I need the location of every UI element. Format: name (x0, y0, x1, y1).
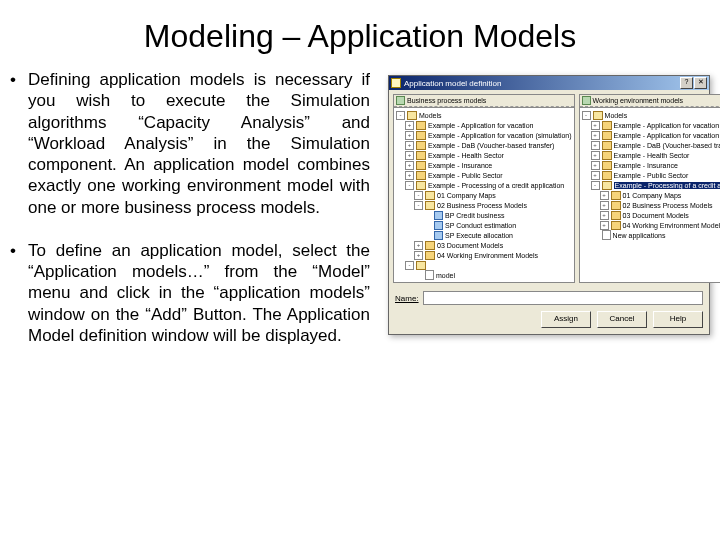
tree-node[interactable]: -Example - Processing of a credit applic… (396, 180, 572, 190)
tree-node[interactable]: +04 Working Environment Models (582, 220, 720, 230)
dialog-window: Application model definition ? ✕ Busines… (388, 75, 710, 335)
tree-node[interactable]: -Models (396, 110, 572, 120)
collapse-icon[interactable]: - (414, 201, 423, 210)
folder-icon (611, 211, 621, 220)
expand-icon[interactable]: + (600, 201, 609, 210)
close-button[interactable]: ✕ (694, 77, 707, 89)
tree-node[interactable]: SP Execute allocation (396, 230, 572, 240)
expand-icon[interactable]: + (405, 161, 414, 170)
bullet-text: To define an application model, select t… (28, 240, 370, 346)
expand-icon[interactable]: + (405, 121, 414, 130)
tree-node-label: Example - DaB (Voucher-based transfer) (428, 142, 554, 149)
tree-node[interactable]: - (396, 260, 572, 270)
help-button[interactable]: Help (653, 311, 703, 328)
app-icon (391, 78, 401, 88)
expand-icon[interactable]: + (600, 221, 609, 230)
tree-node[interactable]: +03 Document Models (582, 210, 720, 220)
expand-icon[interactable]: + (591, 131, 600, 140)
folder-icon (602, 141, 612, 150)
folder-icon (416, 161, 426, 170)
dialog-title: Application model definition (404, 79, 501, 88)
tree-node-label: 03 Document Models (437, 242, 503, 249)
tree-node[interactable]: +Example - Health Sector (582, 150, 720, 160)
dialog-titlebar[interactable]: Application model definition ? ✕ (389, 76, 709, 90)
expand-icon[interactable]: + (591, 161, 600, 170)
tree-node-label: BP Credit business (445, 212, 504, 219)
expand-icon[interactable]: + (600, 191, 609, 200)
assign-button[interactable]: Assign (541, 311, 591, 328)
tree-node-label: Example - Insurance (614, 162, 678, 169)
tree-node[interactable]: +Example - Application for vacation (582, 120, 720, 130)
bullet-text: Defining application models is necessary… (28, 69, 370, 218)
left-tree[interactable]: -Models+Example - Application for vacati… (394, 107, 574, 282)
expand-icon[interactable]: + (591, 121, 600, 130)
tree-node-label: Models (605, 112, 628, 119)
tree-node[interactable]: +Example - DaB (Voucher-based transfer) (396, 140, 572, 150)
tree-node-label: 01 Company Maps (437, 192, 496, 199)
spacer (423, 222, 432, 229)
expand-icon[interactable]: + (591, 171, 600, 180)
tree-node-label: Example - Application for vacation (simu… (614, 132, 720, 139)
tree-node[interactable]: +Example - Public Sector (396, 170, 572, 180)
tree-node[interactable]: -01 Company Maps (396, 190, 572, 200)
folder-icon (407, 111, 417, 120)
tree-node[interactable]: -Example - Processing of a credit applic… (582, 180, 720, 190)
tree-node-label: 02 Business Process Models (623, 202, 713, 209)
tree-node[interactable]: +Example - Application for vacation (396, 120, 572, 130)
expand-icon[interactable]: + (405, 171, 414, 180)
model-icon (434, 211, 443, 220)
folder-icon (602, 121, 612, 130)
folder-icon (425, 191, 435, 200)
right-pane: Working environment models -Models+Examp… (579, 94, 720, 283)
collapse-icon[interactable]: - (405, 261, 414, 270)
tree-node[interactable]: New applications (582, 230, 720, 240)
right-tree[interactable]: -Models+Example - Application for vacati… (580, 107, 720, 282)
tree-node[interactable]: model (396, 270, 572, 280)
right-pane-header: Working environment models (580, 95, 720, 107)
collapse-icon[interactable]: - (396, 111, 405, 120)
tree-node[interactable]: +04 Working Environment Models (396, 250, 572, 260)
tree-node[interactable]: +Example - Insurance (396, 160, 572, 170)
tree-node[interactable]: BP Credit business (396, 210, 572, 220)
folder-icon (593, 111, 603, 120)
tree-node[interactable]: -Models (582, 110, 720, 120)
expand-icon[interactable]: + (414, 241, 423, 250)
collapse-icon[interactable]: - (582, 111, 591, 120)
folder-icon (602, 131, 612, 140)
tree-node-label: Example - Application for vacation (428, 122, 533, 129)
expand-icon[interactable]: + (414, 251, 423, 260)
tree-node[interactable]: +Example - DaB (Voucher-based transfer) (582, 140, 720, 150)
tree-node-label: Example - Public Sector (428, 172, 503, 179)
list-item: • To define an application model, select… (10, 240, 370, 346)
collapse-icon[interactable]: - (405, 181, 414, 190)
tree-node-label: Example - Health Sector (614, 152, 690, 159)
collapse-icon[interactable]: - (591, 181, 600, 190)
tree-node-label: Example - Insurance (428, 162, 492, 169)
name-row: Name: (389, 287, 709, 305)
tree-node[interactable]: +Example - Public Sector (582, 170, 720, 180)
button-row: Assign Cancel Help (389, 305, 709, 334)
expand-icon[interactable]: + (591, 141, 600, 150)
collapse-icon[interactable]: - (414, 191, 423, 200)
tree-node[interactable]: +Example - Application for vacation (sim… (396, 130, 572, 140)
tree-node[interactable]: +Example - Application for vacation (sim… (582, 130, 720, 140)
name-label: Name: (395, 294, 419, 303)
expand-icon[interactable]: + (405, 151, 414, 160)
tree-node-label: 04 Working Environment Models (437, 252, 538, 259)
name-input[interactable] (423, 291, 703, 305)
content-area: • Defining application models is necessa… (0, 69, 720, 368)
tree-node[interactable]: +Example - Health Sector (396, 150, 572, 160)
tree-node[interactable]: +02 Business Process Models (582, 200, 720, 210)
tree-node[interactable]: +Example - Insurance (582, 160, 720, 170)
tree-node[interactable]: +03 Document Models (396, 240, 572, 250)
tree-node[interactable]: SP Conduct estimation (396, 220, 572, 230)
tree-node[interactable]: -02 Business Process Models (396, 200, 572, 210)
expand-icon[interactable]: + (600, 211, 609, 220)
expand-icon[interactable]: + (405, 141, 414, 150)
help-button[interactable]: ? (680, 77, 693, 89)
tree-node[interactable]: +01 Company Maps (582, 190, 720, 200)
cancel-button[interactable]: Cancel (597, 311, 647, 328)
expand-icon[interactable]: + (405, 131, 414, 140)
folder-icon (611, 221, 621, 230)
expand-icon[interactable]: + (591, 151, 600, 160)
